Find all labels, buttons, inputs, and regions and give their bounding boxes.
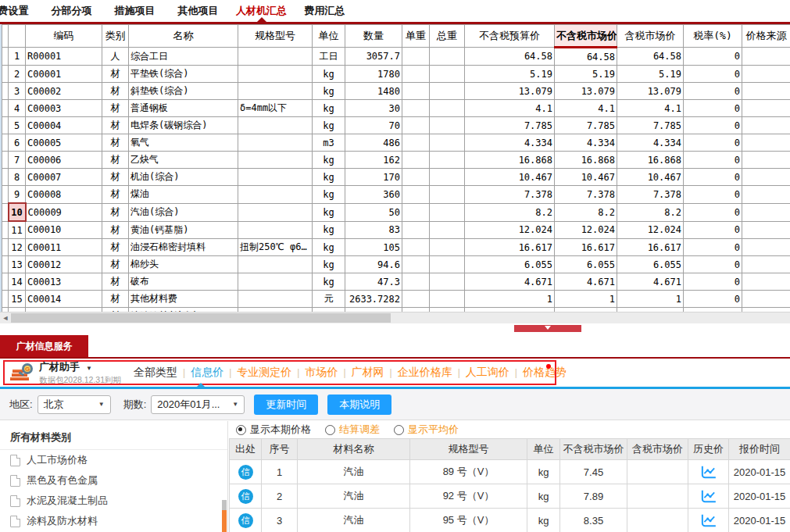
cell-market-price[interactable]: 4.1 (555, 100, 617, 117)
cell-taxed-price[interactable]: 4.671 (617, 273, 684, 291)
cell-taxed-price[interactable]: 7.785 (617, 117, 684, 134)
tab-分部分项[interactable]: 分部分项 (40, 0, 103, 22)
cell-tax-rate[interactable]: 0 (684, 273, 742, 291)
cell-unit-weight[interactable] (402, 291, 430, 308)
col-header-单重[interactable]: 单重 (402, 25, 430, 48)
cell-budget-price[interactable]: 16.617 (465, 239, 555, 256)
cell-category[interactable]: 材 (102, 291, 129, 308)
cell-tax-rate[interactable]: 0 (684, 291, 742, 308)
cell-price-taxed[interactable] (627, 509, 688, 532)
cell-market-price[interactable]: 5.19 (555, 66, 617, 83)
cell-quantity[interactable]: 1480 (345, 83, 402, 100)
cell-quantity[interactable]: 486 (345, 134, 402, 152)
cell-tax-rate[interactable]: 0 (684, 83, 742, 100)
info-badge-icon[interactable]: 信 (238, 489, 253, 504)
cell-category[interactable]: 材 (102, 83, 129, 100)
horizontal-scrollbar[interactable]: ◄ (0, 312, 790, 323)
cell-quantity[interactable]: 1780 (345, 66, 402, 83)
cell-budget-price[interactable]: 13.079 (465, 83, 555, 100)
cell-name[interactable]: 汽油(综合) (129, 203, 238, 221)
cell-unit-weight[interactable] (402, 256, 430, 273)
cell-spec[interactable]: 95 号（V） (410, 509, 527, 532)
cell-price-source[interactable] (742, 117, 790, 134)
cell-price-source[interactable] (742, 83, 790, 100)
cell-category[interactable]: 材 (102, 221, 129, 239)
cell-name[interactable]: 电焊条(碳钢综合) (129, 117, 238, 134)
info-badge-icon[interactable]: 信 (238, 465, 253, 480)
cell-unit-weight[interactable] (402, 100, 430, 117)
col-header-价格来源[interactable]: 价格来源 (742, 25, 790, 48)
cell-spec[interactable] (238, 186, 313, 204)
scroll-left-arrow-icon[interactable]: ◄ (0, 312, 11, 323)
cell-taxed-price[interactable]: 16.868 (617, 152, 684, 169)
cell-budget-price[interactable]: 64.58 (465, 48, 555, 66)
history-chart-icon[interactable] (700, 490, 717, 503)
cell-category[interactable]: 材 (102, 273, 129, 291)
history-chart-icon[interactable] (700, 466, 717, 479)
cell-category[interactable]: 人 (102, 48, 129, 66)
cell-taxed-price[interactable]: 7.378 (617, 186, 684, 204)
cell-taxed-price[interactable]: 64.58 (617, 48, 684, 66)
cell-unit[interactable]: kg (313, 203, 345, 221)
cell-price-source[interactable] (742, 239, 790, 256)
cell-code[interactable]: C00014 (26, 291, 102, 308)
cell-unit-weight[interactable] (402, 239, 430, 256)
cell-budget-price[interactable]: 6.055 (465, 256, 555, 273)
cell-market-price[interactable]: 1 (555, 291, 617, 308)
row-number[interactable]: 10 (9, 203, 26, 221)
cell-price-source[interactable] (742, 134, 790, 152)
cell-category[interactable]: 材 (102, 186, 129, 204)
cell-market-price[interactable]: 16.617 (555, 239, 617, 256)
cell-name[interactable]: 乙炔气 (129, 152, 238, 169)
cell-unit[interactable]: kg (313, 152, 345, 169)
cell-code[interactable]: C00001 (26, 66, 102, 83)
cell-price-no-tax[interactable]: 8.35 (560, 509, 627, 532)
cell-budget-price[interactable]: 12.024 (465, 221, 555, 239)
cell-price-source[interactable] (742, 169, 790, 186)
cell-spec[interactable] (238, 291, 313, 308)
cell-category[interactable]: 材 (102, 169, 129, 186)
cell-category[interactable]: 材 (102, 203, 129, 221)
cell-unit-weight[interactable] (402, 169, 430, 186)
cell-name[interactable]: 平垫铁(综合) (129, 66, 238, 83)
cell-spec[interactable] (238, 221, 313, 239)
col-header-不含税市场价[interactable]: 不含税市场价 (555, 25, 617, 48)
row-number[interactable]: 15 (9, 291, 26, 308)
cell-name[interactable]: 破布 (129, 273, 238, 291)
col-header-名称[interactable]: 名称 (129, 25, 238, 48)
cell-quantity[interactable]: 170 (345, 169, 402, 186)
cell-category[interactable]: 材 (102, 134, 129, 152)
cell-total-weight[interactable] (430, 239, 465, 256)
cell-price-source[interactable] (742, 152, 790, 169)
cell-total-weight[interactable] (430, 256, 465, 273)
cell-spec[interactable] (238, 203, 313, 221)
cell-unit[interactable]: m3 (313, 134, 345, 152)
cell-unit[interactable]: kg (313, 256, 345, 273)
cell-quantity[interactable]: 360 (345, 186, 402, 204)
col-header-数量[interactable]: 数量 (345, 25, 402, 48)
cell-unit[interactable]: kg (313, 66, 345, 83)
cell-code[interactable]: C00012 (26, 256, 102, 273)
cell-unit-weight[interactable] (402, 186, 430, 204)
cell-tax-rate[interactable]: 0 (684, 256, 742, 273)
col-header-类别[interactable]: 类别 (102, 25, 129, 48)
cell-quantity[interactable]: 83 (345, 221, 402, 239)
radio-label-结算调差[interactable]: 结算调差 (339, 423, 380, 437)
cell-material-name[interactable]: 汽油 (298, 509, 410, 532)
cell-budget-price[interactable]: 7.785 (465, 117, 555, 134)
cell-taxed-price[interactable]: 6.055 (617, 256, 684, 273)
cell-unit-weight[interactable] (402, 221, 430, 239)
col-header-不含税预算价[interactable]: 不含税预算价 (465, 25, 555, 48)
cell-spec[interactable]: 扭制250℃ φ6… (238, 239, 313, 256)
row-number[interactable]: 5 (9, 117, 26, 134)
cell-price-source[interactable] (742, 203, 790, 221)
cell-budget-price[interactable]: 5.19 (465, 66, 555, 83)
cell-tax-rate[interactable]: 0 (684, 117, 742, 134)
cell-unit[interactable]: kg (313, 117, 345, 134)
cell-market-price[interactable]: 8.2 (555, 203, 617, 221)
radio-显示平均价[interactable] (394, 425, 404, 435)
cell-unit-weight[interactable] (402, 152, 430, 169)
chevron-down-icon[interactable]: ▼ (86, 365, 92, 372)
row-number[interactable]: 6 (9, 134, 26, 152)
cell-spec[interactable] (238, 48, 313, 66)
